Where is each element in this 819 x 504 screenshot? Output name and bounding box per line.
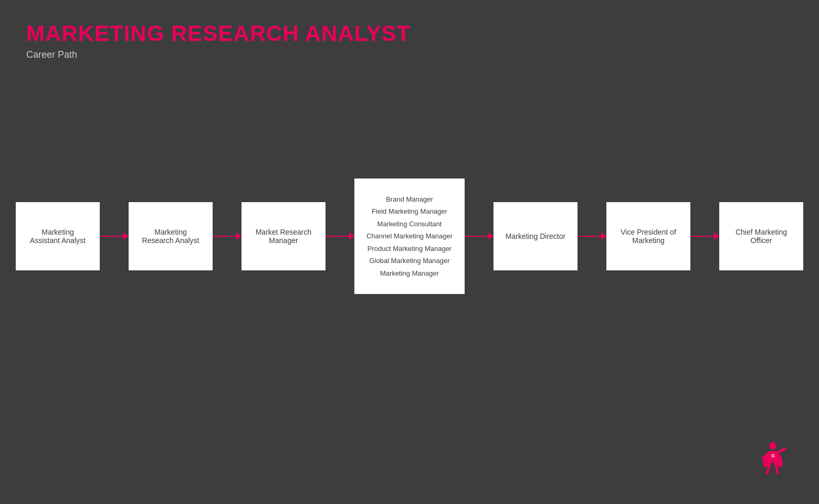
node-cmo: Chief MarketingOfficer bbox=[719, 202, 803, 270]
connector-6 bbox=[690, 233, 719, 240]
connector-2 bbox=[213, 233, 242, 240]
connector-line bbox=[690, 236, 715, 237]
page-subtitle: Career Path bbox=[26, 49, 411, 60]
connector-arrow bbox=[236, 233, 242, 240]
page-title: MARKETING RESEARCH ANALYST bbox=[26, 21, 411, 46]
connector-arrow bbox=[488, 233, 494, 240]
superhero-svg: G bbox=[759, 442, 788, 476]
connector-1 bbox=[100, 233, 129, 240]
node-marketing-assistant-analyst: MarketingAssistant Analyst bbox=[16, 202, 100, 270]
node-label: MarketingResearch Analyst bbox=[142, 228, 200, 245]
node-vp-marketing: Vice President ofMarketing bbox=[606, 202, 690, 270]
node-market-research-manager: Market ResearchManager bbox=[242, 202, 326, 270]
node-label: Vice President ofMarketing bbox=[621, 228, 676, 245]
multi-item: Field Marketing Manager bbox=[372, 206, 447, 217]
connector-arrow bbox=[601, 233, 606, 240]
node-label: Market ResearchManager bbox=[256, 228, 312, 245]
node-marketing-manager-group: Brand Manager Field Marketing Manager Ma… bbox=[354, 178, 465, 294]
multi-item: Product Marketing Manager bbox=[368, 244, 452, 254]
multi-item: Global Marketing Manager bbox=[369, 256, 449, 266]
multi-item: Marketing Manager bbox=[380, 268, 439, 279]
connector-line bbox=[326, 236, 350, 237]
connector-4 bbox=[465, 233, 494, 240]
connector-arrow bbox=[123, 233, 129, 240]
career-path: MarketingAssistant Analyst MarketingRese… bbox=[0, 178, 819, 294]
superhero-icon: G bbox=[759, 442, 788, 478]
node-marketing-research-analyst: MarketingResearch Analyst bbox=[129, 202, 213, 270]
multi-item: Channel Marketing Manager bbox=[366, 231, 453, 242]
connector-line bbox=[578, 236, 602, 237]
connector-arrow bbox=[714, 233, 719, 240]
header: MARKETING RESEARCH ANALYST Career Path bbox=[26, 21, 411, 60]
node-label: Marketing Director bbox=[506, 232, 565, 240]
connector-line bbox=[100, 236, 124, 237]
svg-point-0 bbox=[769, 442, 776, 449]
connector-line bbox=[213, 236, 237, 237]
node-label: MarketingAssistant Analyst bbox=[30, 228, 86, 245]
connector-5 bbox=[578, 233, 606, 240]
multi-item: Marketing Consultant bbox=[377, 219, 442, 229]
svg-text:G: G bbox=[771, 453, 775, 458]
node-marketing-director: Marketing Director bbox=[494, 202, 578, 270]
logo: G bbox=[759, 442, 788, 478]
connector-line bbox=[465, 236, 489, 237]
connector-arrow bbox=[349, 233, 354, 240]
node-label: Chief MarketingOfficer bbox=[736, 228, 787, 245]
connector-3 bbox=[326, 233, 354, 240]
svg-line-3 bbox=[776, 449, 785, 453]
multi-item: Brand Manager bbox=[386, 194, 433, 205]
